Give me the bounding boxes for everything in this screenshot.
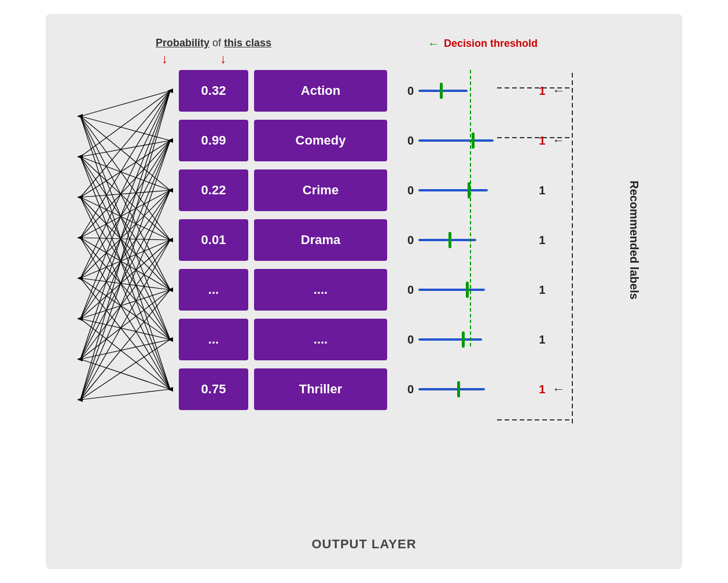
tline-drama [418, 234, 534, 246]
tline-dots2 [418, 334, 534, 345]
tline-crime [418, 185, 534, 196]
row-crime: 0.22 Crime [179, 169, 399, 211]
svg-marker-58 [77, 195, 83, 200]
marker-dots2 [462, 331, 465, 348]
row-drama: 0.01 Drama [179, 219, 399, 261]
label-crime: Crime [254, 169, 387, 211]
threshold-rows: 0 1 ← 0 1 ← [407, 70, 665, 410]
prob-crime: 0.22 [179, 169, 248, 211]
marker-thriller [457, 381, 460, 397]
bar-dots1 [418, 289, 485, 291]
threshold-thriller: 0 1 ← [407, 368, 665, 410]
header-row: Probability of this class ↓ ↓ ← Decision… [63, 37, 665, 67]
svg-marker-59 [77, 235, 83, 240]
svg-line-27 [80, 238, 170, 389]
marker-drama [448, 232, 451, 248]
row-thriller: 0.75 Thriller [179, 368, 399, 410]
threshold-section: 0 1 ← 0 1 ← [407, 70, 665, 410]
tline-action [418, 85, 534, 97]
neural-network-lines [63, 70, 179, 475]
threshold-action: 0 1 ← [407, 70, 665, 112]
prob-thriller: 0.75 [179, 368, 248, 410]
svg-line-24 [80, 238, 170, 240]
label-thriller: Thriller [254, 368, 387, 410]
bar-action [418, 90, 468, 92]
tline-dots1 [418, 284, 534, 296]
prob-drama: 0.01 [179, 219, 248, 261]
threshold-vline [470, 70, 471, 346]
decision-arrow-icon: ← [428, 37, 439, 50]
svg-line-48 [80, 359, 170, 389]
svg-marker-57 [77, 154, 83, 159]
output-layer-label: OUTPUT LAYER [311, 537, 416, 552]
bar-thriller [418, 388, 485, 390]
recommended-label: Recommended labels [628, 180, 641, 300]
threshold-crime: 0 1 [407, 169, 665, 211]
marker-comedy [472, 132, 475, 149]
svg-line-35 [80, 91, 170, 319]
prob-comedy: 0.99 [179, 120, 248, 161]
svg-line-7 [80, 91, 170, 157]
svg-line-36 [80, 141, 170, 319]
svg-marker-56 [77, 114, 83, 119]
svg-marker-61 [77, 316, 83, 321]
svg-marker-63 [77, 397, 83, 402]
content-area: 0.32 Action 0.99 Comedy 0.22 Crime 0.01 … [63, 70, 665, 525]
marker-action [440, 83, 443, 99]
label-action: Action [254, 70, 387, 112]
decision-threshold-label: ← Decision threshold [428, 37, 538, 50]
bar-comedy [418, 139, 494, 142]
label-comedy: Comedy [254, 120, 387, 161]
threshold-dots2: 0 1 [407, 319, 665, 360]
threshold-drama: 0 1 [407, 219, 665, 261]
row-comedy: 0.99 Comedy [179, 120, 399, 161]
threshold-dots1: 0 1 [407, 269, 665, 311]
svg-marker-62 [77, 357, 83, 361]
svg-line-33 [80, 278, 170, 340]
main-diagram: Probability of this class ↓ ↓ ← Decision… [46, 14, 682, 569]
svg-marker-60 [77, 276, 83, 281]
decision-text: Decision threshold [444, 38, 538, 50]
svg-line-14 [80, 91, 170, 197]
label-dots1: .... [254, 269, 387, 311]
marker-dots1 [466, 282, 469, 298]
tline-thriller [418, 383, 534, 395]
arrow-prob: ↓ [161, 51, 168, 67]
bar-crime [418, 189, 488, 191]
output-layer: 0.32 Action 0.99 Comedy 0.22 Crime 0.01 … [179, 70, 399, 410]
arrow-class: ↓ [220, 51, 226, 67]
prob-heading: Probability of this class [156, 37, 271, 49]
threshold-comedy: 0 1 ← [407, 120, 665, 161]
row-action: 0.32 Action [179, 70, 399, 112]
svg-line-23 [80, 190, 170, 238]
tline-comedy [418, 135, 534, 146]
svg-line-53 [80, 290, 170, 400]
bar-drama [418, 239, 476, 241]
row-dots1: ... .... [179, 269, 399, 311]
svg-line-18 [80, 197, 170, 290]
prob-dots2: ... [179, 319, 248, 360]
label-drama: Drama [254, 219, 387, 261]
svg-line-42 [80, 91, 170, 359]
bar-dots2 [418, 338, 482, 341]
prob-action: 0.32 [179, 70, 248, 112]
label-dots2: .... [254, 319, 387, 360]
row-dots2: ... .... [179, 319, 399, 360]
prob-dots1: ... [179, 269, 248, 311]
